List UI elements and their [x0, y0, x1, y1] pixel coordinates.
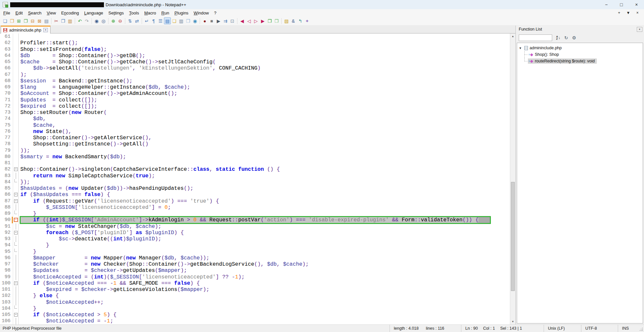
status-eol-format[interactable]: Unix (LF) [544, 325, 581, 332]
toolbar-save-all-button[interactable]: ❐ [22, 17, 29, 24]
code-line-81[interactable]: 81 [0, 160, 510, 166]
code-line-78[interactable]: 78 Shopsetting::getInstance()->getAll() [0, 141, 510, 147]
code-line-66[interactable]: 66 $db->selectAll('teinstellungen', 'kEi… [0, 65, 510, 71]
fold-toggle-icon[interactable] [13, 280, 19, 286]
status-insert-mode[interactable]: INS [618, 325, 639, 332]
toolbar-print-button[interactable]: ▤ [43, 17, 50, 24]
toolbar-export-rtf-button[interactable]: ❐ [266, 17, 273, 24]
toolbar-copy-button[interactable]: ❐ [60, 17, 67, 24]
code-line-84[interactable]: 84}); [0, 179, 510, 185]
function-list-item[interactable]: ≡◆routeRedirect(string $route): void [518, 58, 642, 64]
code-line-73[interactable]: 73Shop::setRouter(new Router( [0, 109, 510, 116]
code-line-76[interactable]: 76 new State(), [0, 128, 510, 135]
code-line-71[interactable]: 71$updates = collect([]); [0, 97, 510, 103]
menu-tools[interactable]: Tools [127, 10, 142, 16]
resize-grip[interactable] [639, 325, 644, 332]
code-line-86[interactable]: 86if ($hasUpdates === false) { [0, 191, 510, 198]
toolbar-show-all-characters-button[interactable]: ¶ [150, 17, 157, 24]
toolbar-macro-record-button[interactable]: ● [201, 17, 208, 24]
new-tab-button[interactable]: + [615, 11, 623, 15]
menu-settings[interactable]: Settings [106, 10, 127, 16]
code-line-62[interactable]: 62Profiler::start(); [0, 40, 510, 46]
code-line-89[interactable]: 89 } [0, 210, 510, 217]
code-line-91[interactable]: 91 $sc = new StateChanger($db, $cache); [0, 223, 510, 230]
code-line-67[interactable]: 67); [0, 72, 510, 78]
sort-az-icon[interactable]: AZ ↓ [556, 35, 560, 40]
toolbar-zoom-out-button[interactable]: ⊖ [117, 17, 124, 24]
fold-toggle-icon[interactable] [13, 230, 19, 236]
editor-vertical-scrollbar[interactable]: ▲ ▼ [510, 33, 515, 324]
code-line-85[interactable]: 85$hasUpdates = (new Updater($db))->hasP… [0, 185, 510, 191]
menu-window[interactable]: Window [191, 10, 211, 16]
fold-toggle-icon[interactable] [13, 312, 19, 318]
code-line-68[interactable]: 68$session = Backend::getInstance(); [0, 78, 510, 84]
tab-close-icon[interactable]: × [43, 28, 48, 32]
scrollbar-track[interactable] [510, 39, 515, 319]
toolbar-nav-last-button[interactable]: ▶ [259, 17, 266, 24]
code-line-61[interactable]: 61 [0, 33, 510, 40]
toolbar-nav-first-button[interactable]: ◀ [239, 17, 246, 24]
reload-icon[interactable]: ↻ [564, 35, 568, 40]
code-line-83[interactable]: 83 return new SimpleCaptchaService(true)… [0, 173, 510, 179]
scroll-up-arrow-icon[interactable]: ▲ [510, 33, 515, 39]
menu-encoding[interactable]: Encoding [59, 10, 82, 16]
code-line-105[interactable]: 105 if ($noticeAccepted > 5) { [0, 312, 510, 318]
code-line-65[interactable]: 65$cache = Shop::Container()->getCache()… [0, 59, 510, 65]
code-editor[interactable]: 6162Profiler::start();63Shop::setIsFront… [0, 33, 515, 324]
function-list-item[interactable]: ≡◆Shop(): Shop [518, 51, 642, 58]
code-line-63[interactable]: 63Shop::setIsFrontend(false); [0, 46, 510, 53]
code-line-104[interactable]: 104 } [0, 305, 510, 312]
tab-list-dropdown-button[interactable]: ▼ [624, 11, 632, 15]
code-line-94[interactable]: 94 } [0, 242, 510, 248]
toolbar-new-file-button[interactable]: ❏ [2, 17, 9, 24]
toolbar-mime-convert-button[interactable]: ↰ [297, 17, 304, 24]
code-line-92[interactable]: 92 foreach ($_POST['pluginID'] as $plugi… [0, 230, 510, 236]
code-line-69[interactable]: 69$lang = LanguageHelper::getInstance($d… [0, 84, 510, 90]
toolbar-word-wrap-button[interactable]: ↵ [143, 17, 150, 24]
toolbar-document-list-button[interactable]: ▥ [178, 17, 185, 24]
toolbar-sync-scroll-horizontal-button[interactable]: ⇄ [133, 17, 140, 24]
toolbar-mime-ampersand-button[interactable]: & [290, 17, 297, 24]
code-line-70[interactable]: 70$oAccount = Shop::Container()->getAdmi… [0, 90, 510, 97]
minimize-button[interactable]: − [599, 0, 614, 9]
preferences-wrench-icon[interactable]: ⚙ [572, 35, 576, 40]
fold-toggle-icon[interactable] [13, 191, 19, 198]
code-line-88[interactable]: 88 $_SESSION['licensenoticeaccepted'] = … [0, 204, 510, 210]
collapse-arrow-icon[interactable]: ▾ [519, 46, 524, 50]
toolbar-close-file-button[interactable]: ⊟ [29, 17, 36, 24]
code-line-95[interactable]: 95 } [0, 249, 510, 255]
toolbar-macro-save-button[interactable]: ⊡ [229, 17, 236, 24]
maximize-button[interactable]: □ [614, 0, 629, 9]
code-line-100[interactable]: 100 if ($noticeAccepted === -1 && SAFE_M… [0, 280, 510, 286]
code-line-82[interactable]: 82Shop::Container()->singleton(CaptchaSe… [0, 166, 510, 172]
code-line-90[interactable]: 90 if ((int)$_SESSION['AdminAccount']->k… [0, 217, 510, 223]
toolbar-save-file-button[interactable]: ⊞ [15, 17, 22, 24]
code-line-98[interactable]: 98 $updates = $checker->getUpdates($mapp… [0, 267, 510, 274]
menu-search[interactable]: Search [25, 10, 44, 16]
code-line-103[interactable]: 103 $noticeAccepted++; [0, 299, 510, 305]
code-line-96[interactable]: 96 $mapper = new Mapper(new Manager($db,… [0, 255, 510, 261]
close-button[interactable]: × [629, 0, 644, 9]
toolbar-folder-as-workspace-button[interactable]: ❒ [185, 17, 191, 24]
status-encoding[interactable]: UTF-8 [581, 325, 618, 332]
toolbar-file-monitoring-button[interactable]: ◉ [191, 17, 198, 24]
function-list-search-input[interactable] [519, 34, 552, 41]
scrollbar-thumb[interactable] [511, 182, 515, 291]
code-line-80[interactable]: 80$smarty = new BackendSmarty($db); [0, 154, 510, 160]
fold-toggle-icon[interactable] [13, 217, 19, 223]
toolbar-paste-button[interactable]: ▥ [67, 17, 73, 24]
tab-admininclude-php[interactable]: admininclude.php × [1, 26, 50, 33]
toolbar-document-map-button[interactable]: ❏ [171, 17, 178, 24]
menu-view[interactable]: View [44, 10, 59, 16]
toolbar-replace-button[interactable]: ◎ [100, 17, 107, 24]
toolbar-close-all-button[interactable]: ⊠ [36, 17, 43, 24]
close-tab-button[interactable]: × [634, 11, 641, 15]
toolbar-indent-guide-button[interactable]: ☰ [157, 17, 164, 24]
code-line-87[interactable]: 87 if (Request::getVar('licensenoticeacc… [0, 198, 510, 204]
toolbar-zoom-in-button[interactable]: ⊕ [110, 17, 117, 24]
toolbar-macro-run-multiple-button[interactable]: ⇉ [222, 17, 229, 24]
code-line-101[interactable]: 101 $expired = $checker->getLicenseViola… [0, 286, 510, 293]
menu-edit[interactable]: Edit [13, 10, 25, 16]
toolbar-docs-book-button[interactable]: ▧ [283, 17, 290, 24]
toolbar-nav-prev-button[interactable]: ◁ [246, 17, 252, 24]
